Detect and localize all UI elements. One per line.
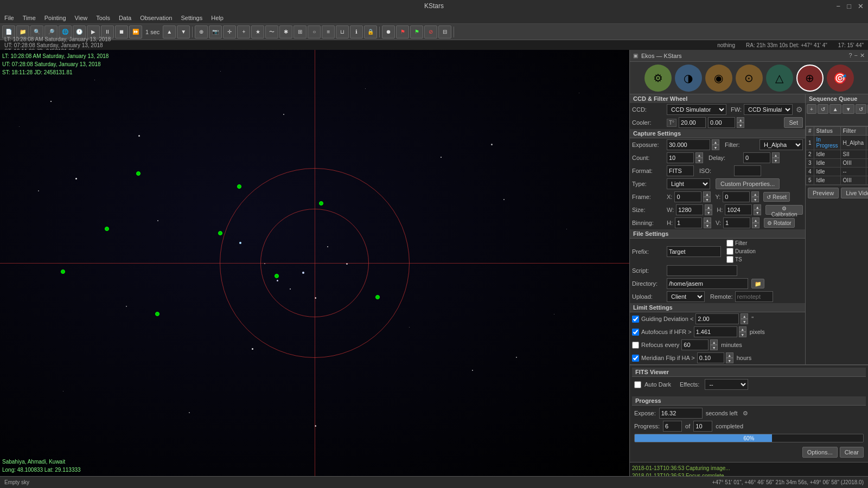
- options-btn[interactable]: Options...: [802, 447, 838, 458]
- progress-current-input[interactable]: [663, 421, 682, 432]
- guiding-down[interactable]: ▼: [741, 319, 748, 324]
- count-input[interactable]: [667, 152, 694, 163]
- size-h-input[interactable]: [725, 204, 752, 215]
- rf-up[interactable]: ▲: [710, 339, 718, 345]
- exposure-input[interactable]: [667, 139, 710, 150]
- progress-total-input[interactable]: [693, 421, 712, 432]
- temp-target-input[interactable]: [679, 117, 706, 128]
- table-row[interactable]: 3IdleOIIILight1x130: [806, 159, 869, 168]
- bin-v-input[interactable]: [723, 217, 750, 228]
- temp-up[interactable]: ▲: [737, 117, 744, 123]
- duration-check-label[interactable]: Duration: [726, 248, 756, 255]
- cnt-up[interactable]: ▲: [695, 152, 703, 158]
- exp-up[interactable]: ▲: [712, 139, 719, 145]
- clear-btn[interactable]: Clear: [840, 447, 864, 458]
- y-down[interactable]: ▼: [751, 197, 759, 202]
- duration-checkbox[interactable]: [726, 248, 733, 255]
- binh-down[interactable]: ▼: [704, 223, 711, 228]
- ekos-help[interactable]: ?: [848, 52, 852, 59]
- menu-help[interactable]: Help: [207, 14, 228, 22]
- tb-grid[interactable]: ⊞: [293, 25, 307, 38]
- binh-up[interactable]: ▲: [704, 217, 711, 223]
- ccd-select[interactable]: CCD Simulator: [667, 104, 726, 115]
- preview-btn[interactable]: Preview: [808, 188, 839, 198]
- close-btn[interactable]: ✕: [856, 2, 866, 10]
- tb-cross[interactable]: ✛: [223, 25, 236, 38]
- seq-down-btn[interactable]: ▼: [843, 104, 854, 114]
- directory-input[interactable]: [667, 278, 748, 289]
- h-down[interactable]: ▼: [754, 210, 761, 215]
- tb-step-up[interactable]: ▲: [163, 25, 176, 38]
- tb-circle[interactable]: ○: [308, 25, 321, 38]
- upload-select[interactable]: Client: [667, 291, 705, 302]
- af-down[interactable]: ▼: [739, 332, 746, 337]
- tb-lock[interactable]: 🔒: [364, 25, 377, 38]
- tb-asterisk[interactable]: ✱: [279, 25, 292, 38]
- guiding-up[interactable]: ▲: [741, 313, 748, 319]
- panel-scroll-area[interactable]: CCD & Filter Wheel CCD: CCD Simulator FW…: [630, 94, 868, 476]
- ekos-capture-icon[interactable]: ◉: [705, 65, 732, 92]
- rotator-btn[interactable]: ⚙ Rotator: [764, 218, 795, 228]
- seq-reset-btn[interactable]: ↺: [818, 104, 828, 114]
- tb-cam[interactable]: 📷: [209, 25, 222, 38]
- ekos-align-icon[interactable]: ⊕: [796, 65, 824, 92]
- binv-down[interactable]: ▼: [752, 223, 760, 228]
- tb-record[interactable]: ⏺: [382, 25, 395, 38]
- ekos-min[interactable]: −: [854, 52, 858, 59]
- menu-data[interactable]: Data: [114, 14, 136, 22]
- ccd-settings-icon[interactable]: ⚙: [796, 105, 803, 114]
- guiding-input[interactable]: [695, 313, 739, 324]
- menu-file[interactable]: File: [0, 14, 18, 22]
- menu-tools[interactable]: Tools: [92, 14, 114, 22]
- meridian-input[interactable]: [697, 352, 724, 363]
- seq-add-btn[interactable]: +: [807, 104, 816, 114]
- tb-flag-green[interactable]: ⚑: [410, 25, 423, 38]
- ts-check-label[interactable]: TS: [726, 256, 756, 263]
- prefix-input[interactable]: [667, 246, 721, 257]
- tb-star[interactable]: ★: [251, 25, 264, 38]
- tb-no-entry[interactable]: ⊘: [424, 25, 437, 38]
- tb-step-down[interactable]: ▼: [177, 25, 190, 38]
- tb-flag-red[interactable]: ⚑: [396, 25, 409, 38]
- temp-set-btn[interactable]: Set: [784, 117, 803, 128]
- w-up[interactable]: ▲: [705, 204, 712, 210]
- filter-select[interactable]: H_Alpha: [760, 139, 803, 150]
- maximize-btn[interactable]: □: [845, 2, 853, 10]
- refocus-checkbox[interactable]: [632, 342, 639, 349]
- tb-stop[interactable]: ⏹: [115, 25, 128, 38]
- temp-current-input[interactable]: [708, 117, 735, 128]
- size-w-input[interactable]: [676, 204, 703, 215]
- menu-observation[interactable]: Observation: [136, 14, 176, 22]
- af-up[interactable]: ▲: [739, 326, 746, 332]
- table-row[interactable]: 4Idle--Dark1x130: [806, 168, 869, 176]
- tb-target[interactable]: ⊕: [195, 25, 208, 38]
- remote-input[interactable]: [735, 291, 773, 302]
- x-down[interactable]: ▼: [703, 197, 711, 202]
- ekos-scheduler-icon[interactable]: 🎯: [827, 65, 854, 92]
- delay-up[interactable]: ▲: [772, 152, 780, 158]
- menu-settings[interactable]: Settings: [176, 14, 207, 22]
- tb-plus[interactable]: +: [237, 25, 250, 38]
- fw-select[interactable]: CCD Simulator: [744, 104, 793, 115]
- guiding-checkbox[interactable]: [632, 316, 639, 323]
- seq-up-btn[interactable]: ▲: [829, 104, 841, 114]
- menu-pointing[interactable]: Pointing: [40, 14, 71, 22]
- ekos-focus-icon[interactable]: ⊙: [736, 65, 763, 92]
- frame-x-input[interactable]: [674, 191, 701, 202]
- sky-view[interactable]: LT: 10:28:08 AM Saturday, January 13, 20…: [0, 50, 629, 476]
- filter-check-label[interactable]: Filter: [726, 240, 756, 247]
- autofocus-checkbox[interactable]: [632, 329, 639, 336]
- h-up[interactable]: ▲: [754, 204, 761, 210]
- ekos-close[interactable]: ✕: [860, 52, 865, 59]
- x-up[interactable]: ▲: [703, 191, 711, 197]
- iso-input[interactable]: [734, 165, 761, 176]
- effects-select[interactable]: --: [705, 379, 748, 390]
- mer-up[interactable]: ▲: [726, 352, 733, 358]
- table-row[interactable]: 5IdleOIIIFlat1x130: [806, 176, 869, 185]
- frame-y-input[interactable]: [723, 191, 750, 202]
- ekos-setup-icon[interactable]: ⚙: [644, 65, 672, 92]
- tb-cups[interactable]: ⊔: [336, 25, 349, 38]
- tb-info[interactable]: ℹ: [350, 25, 363, 38]
- calibration-btn[interactable]: ⚙ Calibration: [765, 205, 803, 215]
- mer-down[interactable]: ▼: [726, 358, 733, 363]
